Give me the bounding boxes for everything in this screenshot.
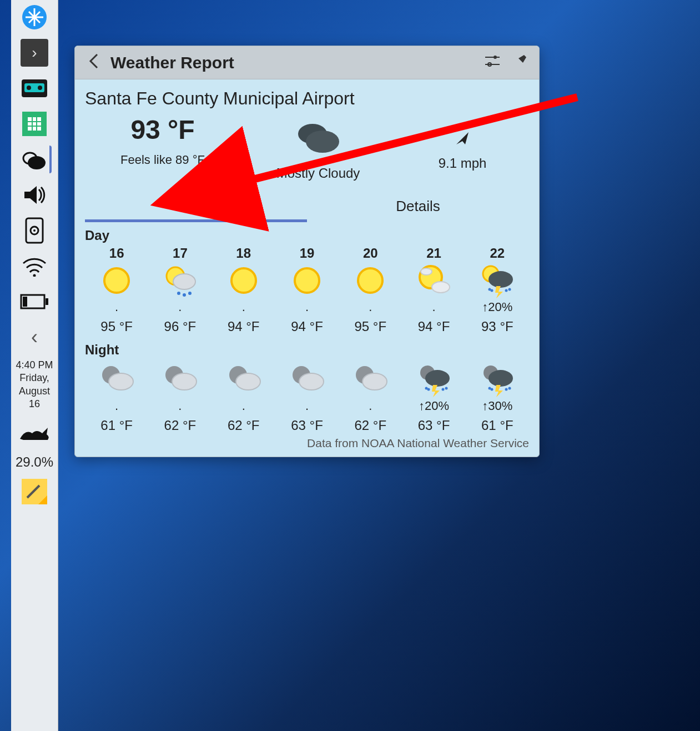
forecast-day-precip: . <box>212 300 275 316</box>
settings-button[interactable] <box>481 54 503 71</box>
forecast-day-icon <box>85 261 148 300</box>
svg-rect-33 <box>28 117 41 131</box>
day-section-label: Day <box>85 228 529 243</box>
pin-button[interactable] <box>509 54 531 72</box>
forecast-night-icon <box>402 360 465 399</box>
app-launcher-button[interactable] <box>17 3 52 31</box>
tray-wifi-icon[interactable] <box>17 252 52 280</box>
feels-like: Feels like 89 °F <box>96 153 229 167</box>
forecast-night-temp: 62 °F <box>212 414 275 433</box>
forecast-day-icon <box>212 261 275 300</box>
svg-point-43 <box>33 229 36 232</box>
forecast-day-precip: . <box>275 300 339 316</box>
tray-battery-icon[interactable] <box>17 288 52 316</box>
forecast-night-precip: . <box>339 399 402 414</box>
current-condition-icon <box>251 114 385 161</box>
forecast-night-icon <box>275 360 339 399</box>
tray-weather-icon[interactable] <box>17 146 52 173</box>
back-button[interactable] <box>83 53 105 72</box>
forecast-night-temp: 63 °F <box>402 414 465 433</box>
taskbar-panel: › ‹ 4:40 PM Friday, August 16 29.0% <box>11 0 58 731</box>
forecast-day-temp: 94 °F <box>212 316 275 334</box>
forecast-day-temp: 95 °F <box>85 316 148 334</box>
forecast-day-icon <box>402 261 465 300</box>
forecast-date: 16 <box>85 246 148 261</box>
forecast-date: 22 <box>466 246 529 261</box>
forecast-night-precip: . <box>148 399 211 414</box>
forecast-day-icon <box>466 261 529 300</box>
tray-notes-icon[interactable] <box>17 478 52 505</box>
forecast-night-precip: . <box>275 399 339 414</box>
tray-collapse-icon[interactable]: ‹ <box>17 323 52 351</box>
forecast-night-icon <box>466 360 529 399</box>
forecast-day-temp: 93 °F <box>466 316 529 334</box>
forecast-night-precip: . <box>85 399 148 414</box>
tab-7-days[interactable]: 7 Days <box>85 193 307 222</box>
svg-point-30 <box>27 86 31 90</box>
tab-details[interactable]: Details <box>307 193 529 222</box>
forecast-day-precip: . <box>402 300 465 316</box>
night-section-label: Night <box>85 342 529 358</box>
forecast-night-temp: 63 °F <box>275 414 339 433</box>
current-conditions: 93 °F Feels like 89 °F Mostly Cloudy 9.1… <box>85 114 529 181</box>
tray-device-icon[interactable] <box>17 217 52 244</box>
forecast-day-precip: . <box>85 300 148 316</box>
wind-speed: 9.1 mph <box>407 156 518 171</box>
forecast-night-temp: 62 °F <box>339 414 402 433</box>
popup-title: Weather Report <box>110 53 476 72</box>
forecast-day-temp: 94 °F <box>275 316 339 334</box>
taskbar-app-cassette[interactable] <box>17 74 52 102</box>
forecast-night-precip: ↑20% <box>402 399 465 414</box>
forecast-night-precip: ↑30% <box>466 399 529 414</box>
forecast-night-temp: 61 °F <box>85 414 148 433</box>
forecast-date: 20 <box>339 246 402 261</box>
current-condition-text: Mostly Cloudy <box>251 166 385 181</box>
forecast-date: 21 <box>402 246 465 261</box>
forecast-day-precip: . <box>339 300 402 316</box>
forecast-night-icon <box>339 360 402 399</box>
forecast-date: 19 <box>275 246 339 261</box>
location-name: Santa Fe County Municipal Airport <box>85 88 529 109</box>
forecast-day-icon <box>339 261 402 300</box>
forecast-night-icon <box>85 360 148 399</box>
weather-report-popup: Weather Report Santa Fe County Municipal… <box>74 46 540 457</box>
forecast-night-icon <box>148 360 211 399</box>
forecast-grid: Day 16171819202122 ......↑20% 95 °F96 °F… <box>85 228 529 433</box>
forecast-day-precip: ↑20% <box>466 300 529 316</box>
current-temperature: 93 °F <box>96 114 229 145</box>
clock-time: 4:40 PM <box>16 359 53 372</box>
forecast-date: 18 <box>212 246 275 261</box>
forecast-day-precip: . <box>148 300 211 316</box>
data-attribution: Data from NOAA National Weather Service <box>85 437 529 450</box>
forecast-day-icon <box>148 261 211 300</box>
show-desktop-button[interactable]: › <box>21 39 48 67</box>
forecast-date: 17 <box>148 246 211 261</box>
forecast-night-temp: 61 °F <box>466 414 529 433</box>
popup-header: Weather Report <box>75 46 539 79</box>
forecast-day-temp: 96 °F <box>148 316 211 334</box>
forecast-day-temp: 94 °F <box>402 316 465 334</box>
tray-clock[interactable]: 4:40 PM Friday, August 16 <box>16 359 53 411</box>
svg-point-39 <box>28 156 46 169</box>
forecast-day-icon <box>275 261 339 300</box>
clock-month: August <box>16 385 53 398</box>
forecast-tabs: 7 Days Details <box>85 193 529 222</box>
clock-day: Friday, <box>16 372 53 384</box>
clock-date: 16 <box>16 398 53 410</box>
taskbar-app-spreadsheet[interactable] <box>17 110 52 138</box>
forecast-night-icon <box>212 360 275 399</box>
svg-marker-55 <box>456 132 469 144</box>
svg-point-44 <box>33 274 36 277</box>
forecast-night-precip: . <box>212 399 275 414</box>
wind-direction-icon <box>407 129 518 150</box>
svg-rect-47 <box>23 297 27 307</box>
forecast-day-temp: 95 °F <box>339 316 402 334</box>
tray-cat-icon[interactable] <box>17 419 52 447</box>
forecast-night-temp: 62 °F <box>148 414 211 433</box>
tray-cpu-percent[interactable]: 29.0% <box>16 454 53 470</box>
svg-marker-40 <box>24 186 37 204</box>
svg-point-31 <box>38 86 42 90</box>
tray-volume-icon[interactable] <box>17 181 52 209</box>
svg-rect-46 <box>46 298 48 305</box>
